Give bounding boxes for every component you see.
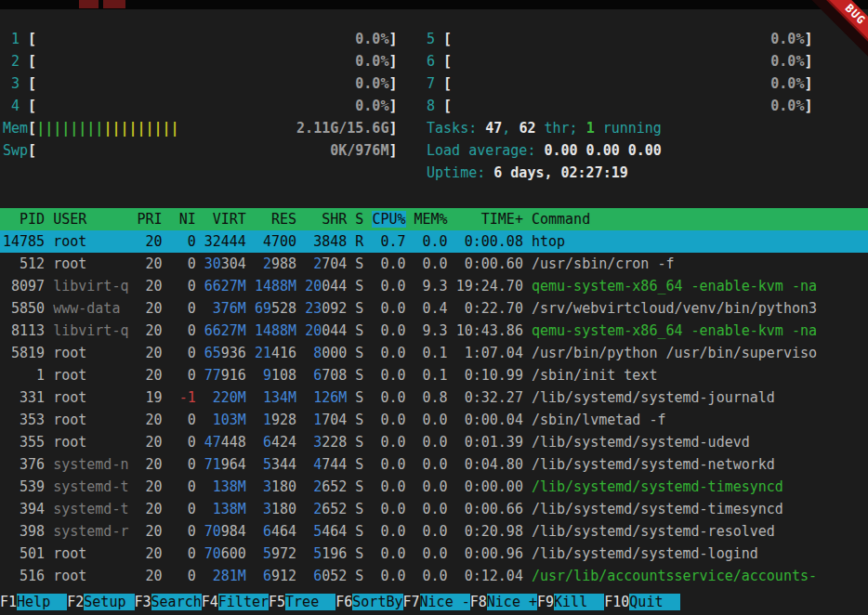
fkey-action-label: Nice -	[420, 594, 470, 610]
process-row[interactable]: 14785 root 20 0 32444 4700 3848 R 0.7 0.…	[0, 230, 868, 253]
process-row[interactable]: 8113 libvirt-q 20 0 6627M 1488M 20044 S …	[0, 320, 868, 342]
fkey-f10[interactable]: F10Quit	[604, 591, 679, 613]
titlebar-tab	[79, 0, 99, 8]
process-row[interactable]: 539 systemd-t 20 0 138M 3180 2652 S 0.0 …	[0, 476, 868, 498]
process-table-header: PID USER PRI NI VIRT RES SHR S CPU% MEM%…	[0, 208, 868, 230]
cpu3-meter: 3 [ 0.0%]	[3, 72, 418, 95]
process-row[interactable]: 512 root 20 0 30304 2988 2704 S 0.0 0.0 …	[0, 253, 868, 275]
fkey-action-label: Search	[151, 594, 202, 610]
fkey-action-label: SortBy	[352, 594, 402, 610]
process-row[interactable]: 355 root 20 0 47448 6424 3228 S 0.0 0.0 …	[0, 431, 868, 453]
meters-area: 1 [ 0.0%] 2 [ 0.0%] 3 [ 0.0%] 4 [ 0.0%]M…	[0, 28, 868, 184]
fkey-number: F4	[202, 594, 218, 610]
cpu8-meter: 8 [ 0.0%]	[418, 95, 868, 117]
fkey-action-label: Setup	[84, 594, 134, 610]
fkey-f9[interactable]: F9Kill	[537, 591, 604, 613]
process-row[interactable]: 398 systemd-r 20 0 70984 6464 5464 S 0.0…	[0, 520, 868, 543]
titlebar-tab	[103, 0, 125, 8]
fkey-f2[interactable]: F2Setup	[67, 591, 134, 613]
process-row[interactable]: 353 root 20 0 103M 1928 1704 S 0.0 0.0 0…	[0, 409, 868, 431]
column-header-time[interactable]: TIME+	[456, 211, 523, 228]
cpu2-meter: 2 [ 0.0%]	[3, 50, 418, 72]
column-header-pid[interactable]: PID	[3, 211, 45, 228]
column-header-ni[interactable]: NI	[171, 211, 196, 228]
process-row[interactable]: 394 systemd-t 20 0 138M 3180 2652 S 0.0 …	[0, 498, 868, 520]
column-header-s[interactable]: S	[355, 211, 363, 228]
load-average: Load average: 0.00 0.00 0.00	[418, 139, 868, 162]
tasks-summary: Tasks: 47, 62 thr; 1 running	[418, 117, 868, 139]
cpu1-meter: 1 [ 0.0%]	[3, 28, 418, 50]
process-row[interactable]: 331 root 19 -1 220M 134M 126M S 0.0 0.8 …	[0, 386, 868, 409]
fkey-f5[interactable]: F5Tree	[269, 591, 335, 613]
fkey-number: F10	[604, 594, 629, 610]
fkey-number: F5	[269, 594, 285, 610]
column-header-res[interactable]: RES	[255, 211, 296, 228]
process-row[interactable]: 8097 libvirt-q 20 0 6627M 1488M 20044 S …	[0, 275, 868, 297]
fkey-action-label: Quit	[629, 594, 679, 610]
fkey-action-label: Help	[17, 594, 67, 610]
fkey-action-label: Filter	[218, 594, 269, 610]
cpu4-meter: 4 [ 0.0%]	[3, 95, 418, 117]
fkey-f1[interactable]: F1Help	[0, 591, 67, 613]
swap-meter: Swp[ 0K/976M]	[3, 139, 418, 162]
fkey-number: F9	[537, 594, 554, 610]
function-key-bar: F1Help F2Setup F3SearchF4FilterF5Tree F6…	[0, 591, 868, 613]
process-row[interactable]: 501 root 20 0 70600 5972 5196 S 0.0 0.0 …	[0, 543, 868, 565]
fkey-number: F1	[0, 594, 17, 610]
fkey-f3[interactable]: F3Search	[135, 591, 202, 613]
blank-line	[0, 184, 868, 208]
fkey-action-label: Tree	[285, 594, 335, 610]
column-header-virt[interactable]: VIRT	[204, 211, 246, 228]
process-row[interactable]: 1 root 20 0 77916 9108 6708 S 0.0 0.1 0:…	[0, 364, 868, 386]
column-header-mem[interactable]: MEM%	[414, 211, 448, 228]
cpu-meters-left-column: 1 [ 0.0%] 2 [ 0.0%] 3 [ 0.0%] 4 [ 0.0%]M…	[3, 28, 418, 184]
bug-ribbon: BUG	[801, 0, 868, 67]
fkey-number: F8	[470, 594, 487, 610]
process-table: 14785 root 20 0 32444 4700 3848 R 0.7 0.…	[0, 230, 868, 587]
process-row[interactable]: 516 root 20 0 281M 6912 6052 S 0.0 0.0 0…	[0, 565, 868, 587]
fkey-action-label: Nice +	[487, 594, 537, 610]
fkey-f8[interactable]: F8Nice +	[470, 591, 537, 613]
process-row[interactable]: 5850 www-data 20 0 376M 69528 23092 S 0.…	[0, 297, 868, 320]
fkey-number: F2	[67, 594, 84, 610]
column-header-command[interactable]: Command	[532, 211, 590, 228]
process-row[interactable]: 5819 root 20 0 65936 21416 8000 S 0.0 0.…	[0, 342, 868, 364]
fkey-number: F6	[335, 594, 352, 610]
column-header-pri[interactable]: PRI	[138, 211, 163, 228]
fkey-number: F3	[135, 594, 151, 610]
window-titlebar	[0, 0, 868, 9]
fkey-number: F7	[403, 594, 420, 610]
fkey-f4[interactable]: F4Filter	[202, 591, 269, 613]
column-header-shr[interactable]: SHR	[305, 211, 347, 228]
cpu7-meter: 7 [ 0.0%]	[418, 72, 868, 95]
fkey-f7[interactable]: F7Nice -	[403, 591, 470, 613]
column-header-user[interactable]: USER	[53, 211, 128, 228]
column-header-cpu[interactable]: CPU%	[372, 211, 405, 228]
fkey-f6[interactable]: F6SortBy	[335, 591, 402, 613]
process-row[interactable]: 376 systemd-n 20 0 71964 5344 4744 S 0.0…	[0, 453, 868, 476]
uptime: Uptime: 6 days, 02:27:19	[418, 162, 868, 184]
memory-meter: Mem[||||||||||||||||| 2.11G/15.6G]	[3, 117, 418, 139]
fkey-action-label: Kill	[554, 594, 604, 610]
